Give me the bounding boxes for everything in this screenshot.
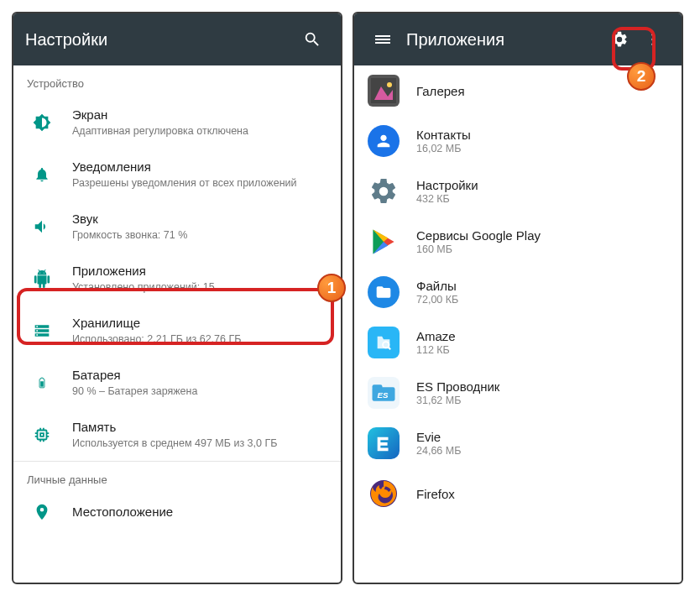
callout-badge-1: 1 — [317, 274, 346, 302]
appbar-title: Приложения — [406, 30, 603, 50]
settings-gear-button[interactable] — [603, 23, 636, 56]
appbar-apps: Приложения — [354, 13, 682, 65]
row-sub: 90 % – Батарея заряжена — [72, 384, 329, 400]
amaze-icon — [374, 333, 393, 352]
es-explorer-icon: ES — [371, 383, 396, 403]
svg-text:ES: ES — [378, 390, 389, 400]
app-size: 432 КБ — [416, 193, 478, 205]
app-name: ES Проводник — [416, 379, 499, 394]
evie-icon — [374, 434, 393, 452]
appbar-settings: Настройки — [13, 13, 341, 65]
app-row-settings[interactable]: Настройки432 КБ — [354, 166, 682, 217]
row-title: Звук — [72, 211, 329, 227]
app-row-contacts[interactable]: Контакты16,02 МБ — [354, 116, 682, 166]
battery-icon — [36, 374, 48, 392]
app-size: 72,00 КБ — [416, 294, 458, 306]
folder-icon — [375, 284, 392, 301]
app-name: Сервисы Google Play — [416, 228, 541, 243]
android-icon — [33, 269, 51, 288]
svg-point-3 — [651, 43, 654, 45]
svg-point-6 — [387, 82, 392, 87]
search-button[interactable] — [295, 23, 329, 56]
row-title: Хранилище — [72, 315, 329, 332]
svg-point-2 — [651, 38, 654, 40]
more-vert-icon — [645, 31, 661, 48]
menu-button[interactable] — [366, 23, 400, 56]
row-title: Местоположение — [72, 504, 329, 520]
svg-line-12 — [389, 348, 391, 350]
row-title: Экран — [72, 107, 329, 123]
row-title: Уведомления — [72, 159, 329, 175]
app-size: 31,62 МБ — [416, 395, 499, 406]
row-title: Батарея — [72, 367, 329, 384]
callout-badge-2: 2 — [627, 62, 656, 91]
section-device: Устройство — [13, 65, 341, 97]
row-location[interactable]: Местоположение — [13, 493, 341, 531]
app-row-evie[interactable]: Evie24,66 МБ — [354, 418, 682, 468]
svg-rect-0 — [40, 381, 44, 386]
row-notifications[interactable]: УведомленияРазрешены уведомления от всех… — [13, 149, 341, 201]
app-size: 112 КБ — [416, 344, 456, 356]
svg-point-1 — [651, 34, 654, 36]
app-name: Firefox — [416, 487, 455, 501]
storage-icon — [34, 322, 50, 339]
app-size: 24,66 МБ — [416, 445, 461, 457]
brightness-icon — [33, 113, 51, 132]
apps-list[interactable]: Галерея Контакты16,02 МБ Настройки432 КБ… — [354, 65, 682, 583]
app-size: 16,02 МБ — [416, 143, 471, 154]
row-storage[interactable]: ХранилищеИспользовано: 2,21 ГБ из 62,76 … — [13, 305, 341, 357]
settings-list[interactable]: Устройство ЭкранАдаптивная регулировка о… — [13, 65, 341, 583]
app-name: Evie — [416, 430, 461, 444]
gear-icon — [368, 176, 399, 207]
row-title: Приложения — [72, 263, 329, 280]
app-row-files[interactable]: Файлы72,00 КБ — [354, 267, 682, 317]
row-display[interactable]: ЭкранАдаптивная регулировка отключена — [13, 97, 341, 149]
gallery-icon — [371, 78, 396, 103]
row-battery[interactable]: Батарея90 % – Батарея заряжена — [13, 357, 341, 409]
app-size: 160 МБ — [416, 243, 541, 255]
row-apps[interactable]: ПриложенияУстановлено приложений: 15 — [13, 253, 341, 305]
apps-screen: Приложения Галерея Контакты16,02 МБ Наст… — [353, 12, 683, 584]
section-personal: Личные данные — [13, 461, 341, 493]
firefox-icon — [368, 478, 399, 509]
appbar-title: Настройки — [25, 30, 295, 50]
overflow-button[interactable] — [636, 23, 670, 56]
bell-icon — [34, 166, 50, 183]
contacts-icon — [374, 132, 393, 150]
app-row-es[interactable]: ES ES Проводник31,62 МБ — [354, 368, 682, 418]
search-icon — [303, 30, 321, 49]
app-name: Файлы — [416, 279, 458, 293]
app-row-gms[interactable]: Сервисы Google Play160 МБ — [354, 217, 682, 267]
row-sub: Использовано: 2,21 ГБ из 62,76 ГБ — [72, 332, 329, 348]
app-row-amaze[interactable]: Amaze112 КБ — [354, 317, 682, 368]
row-sub: Используется в среднем 497 МБ из 3,0 ГБ — [72, 437, 329, 452]
volume-icon — [33, 217, 51, 236]
row-memory[interactable]: ПамятьИспользуется в среднем 497 МБ из 3… — [13, 409, 341, 461]
row-sub: Адаптивная регулировка отключена — [72, 124, 329, 139]
memory-icon — [33, 426, 51, 444]
app-row-firefox[interactable]: Firefox — [354, 468, 682, 519]
row-sub: Установлено приложений: 15 — [72, 280, 329, 295]
row-sub: Громкость звонка: 71 % — [72, 228, 329, 243]
hamburger-icon — [375, 34, 390, 45]
app-name: Amaze — [416, 329, 456, 343]
app-name: Настройки — [416, 178, 478, 192]
app-name: Галерея — [416, 84, 465, 98]
gear-icon — [610, 30, 629, 49]
row-sub: Разрешены уведомления от всех приложений — [72, 176, 329, 191]
row-title: Память — [72, 419, 329, 436]
play-services-icon — [368, 227, 399, 257]
app-name: Контакты — [416, 128, 471, 142]
svg-rect-14 — [373, 384, 383, 389]
row-sound[interactable]: ЗвукГромкость звонка: 71 % — [13, 201, 341, 253]
location-icon — [33, 503, 51, 521]
settings-screen: Настройки Устройство ЭкранАдаптивная рег… — [12, 12, 342, 584]
